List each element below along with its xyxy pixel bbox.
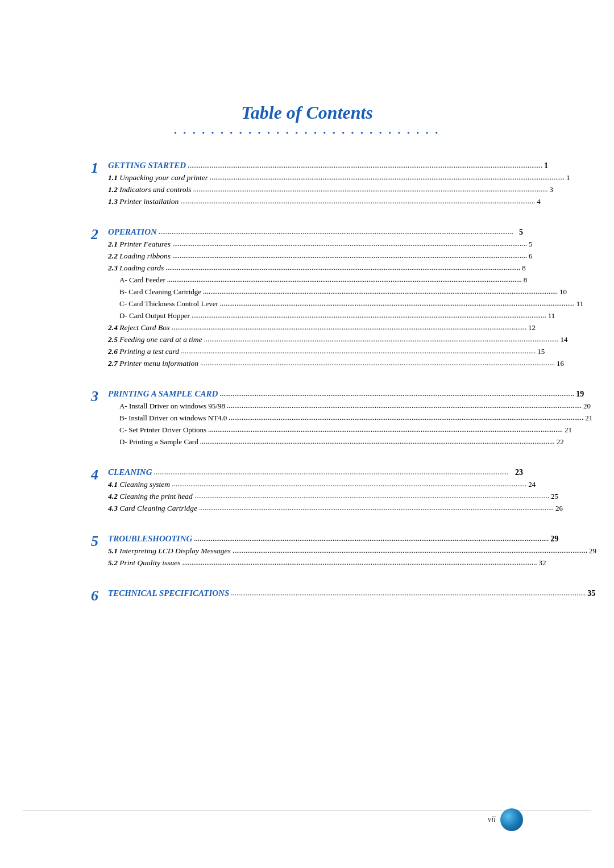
item-row-4-2: 4.3 Card Cleaning Cartridge ............… [108,504,523,514]
page: Table of Contents • • • • • • • • • • • … [0,0,614,868]
item-page-2-6: 11 [548,311,555,320]
item-row-2-4: B- Card Cleaning Cartridge .............… [108,287,523,298]
section-header-3: PRINTING A SAMPLE CARD .................… [108,389,523,400]
section-number-3: 3 [91,389,108,404]
item-row-4-0: 4.1 Cleaning system ....................… [108,480,523,490]
item-title-3-3: D- Printing a Sample Card [119,437,198,446]
item-dots-2-8: ........................................… [204,335,559,344]
section-header-2: OPERATION ..............................… [108,227,523,238]
item-title-4-0: 4.1 Cleaning system [108,480,170,489]
section-page-6: 35 [587,589,595,598]
item-title-3-0: A- Install Driver on windows 95/98 [119,402,225,411]
item-page-3-3: 22 [557,437,564,446]
item-page-5-0: 29 [589,546,596,556]
section-title-6: TECHNICAL SPECIFICATIONS [108,589,229,598]
section-number-1: 1 [91,161,108,176]
item-dots-2-4: ........................................… [203,287,558,296]
item-page-2-1: 6 [529,252,533,261]
item-dots-3-0: ........................................… [227,401,582,410]
item-title-2-0: 2.1 Printer Features [108,240,171,249]
section-content-5: TROUBLESHOOTING ........................… [108,534,523,569]
item-page-1-2: 4 [537,197,541,206]
item-dots-3-1: ........................................… [229,413,583,422]
item-dots-2-6: ........................................… [192,311,546,320]
item-dots-1-1: ........................................… [193,185,548,194]
section-1: 1GETTING STARTED .......................… [91,161,523,209]
item-title-3-2: C- Set Printer Driver Options [119,425,206,435]
item-page-3-2: 21 [565,425,572,435]
item-page-4-2: 26 [555,504,563,513]
item-page-1-0: 1 [566,173,570,182]
section-page-5: 29 [550,535,558,544]
item-dots-3-2: ........................................… [208,425,563,434]
item-title-2-6: D- Card Output Hopper [119,311,190,320]
section-3: 3PRINTING A SAMPLE CARD ................… [91,389,523,449]
item-page-4-1: 25 [551,492,558,501]
section-dots-1: ........................................… [188,161,542,170]
section-number-6: 6 [91,589,108,603]
section-6: 6TECHNICAL SPECIFICATIONS ..............… [91,589,523,603]
item-page-2-2: 8 [522,264,526,273]
item-page-1-1: 3 [550,185,554,194]
section-content-4: CLEANING ...............................… [108,468,523,514]
section-page-2: 5 [519,228,523,237]
item-dots-2-9: ........................................… [181,347,536,356]
section-page-4: 23 [515,468,523,477]
section-5: 5TROUBLESHOOTING .......................… [91,534,523,570]
item-row-5-1: 5.2 Print Quality issues ...............… [108,558,523,569]
item-row-1-1: 1.2 Indicators and controls ............… [108,185,523,195]
item-dots-2-3: ........................................… [167,275,522,284]
item-page-2-0: 5 [529,240,533,249]
item-row-2-6: D- Card Output Hopper ..................… [108,311,523,322]
item-row-3-1: B- Install Driver on windows NT4.0 .....… [108,414,523,424]
section-dots-3: ........................................… [219,389,574,398]
item-page-2-9: 15 [537,347,545,356]
item-row-2-3: A- Card Feeder .........................… [108,276,523,286]
footer-page-number: vii [488,815,496,824]
section-dots-4: ........................................… [154,468,513,477]
section-title-1: GETTING STARTED [108,161,186,170]
item-row-2-5: C- Card Thickness Control Lever ........… [108,299,523,310]
section-dots-5: ........................................… [194,534,549,543]
item-page-4-0: 24 [528,480,536,489]
section-2: 2OPERATION .............................… [91,227,523,371]
item-title-4-2: 4.3 Card Cleaning Cartridge [108,504,197,513]
section-number-2: 2 [91,227,108,242]
section-dots-6: ........................................… [231,589,586,598]
item-dots-4-1: ........................................… [194,491,549,500]
item-row-2-10: 2.7 Printer menu information ...........… [108,359,523,369]
item-dots-4-2: ........................................… [199,503,554,512]
item-title-2-2: 2.3 Loading cards [108,264,164,273]
section-4: 4CLEANING ..............................… [91,468,523,516]
section-header-5: TROUBLESHOOTING ........................… [108,534,523,545]
section-dots-2: ........................................… [159,227,517,236]
item-row-1-0: 1.1 Unpacking your card printer ........… [108,173,523,183]
item-title-5-1: 5.2 Print Quality issues [108,558,181,567]
item-dots-2-2: ........................................… [165,263,520,272]
item-row-2-9: 2.6 Printing a test card ...............… [108,347,523,357]
item-title-4-1: 4.2 Cleaning the print head [108,492,193,501]
item-page-2-5: 11 [576,299,584,308]
section-content-2: OPERATION ..............................… [108,227,523,369]
toc-container: 1GETTING STARTED .......................… [91,161,523,603]
item-row-1-2: 1.3 Printer installation ...............… [108,197,523,207]
item-page-2-3: 8 [524,276,528,285]
section-header-4: CLEANING ...............................… [108,468,523,478]
item-title-2-7: 2.4 Reject Card Box [108,323,170,332]
item-page-3-0: 20 [583,402,591,411]
item-title-2-9: 2.6 Printing a test card [108,347,179,356]
item-title-2-10: 2.7 Printer menu information [108,359,198,368]
item-page-2-4: 10 [559,287,567,297]
section-title-2: OPERATION [108,227,157,237]
item-page-5-1: 32 [539,558,546,567]
item-row-2-2: 2.3 Loading cards ......................… [108,264,523,274]
item-title-3-1: B- Install Driver on windows NT4.0 [119,414,227,423]
item-row-5-0: 5.1 Interpreting LCD Display Messages ..… [108,546,523,557]
section-page-1: 1 [544,161,548,170]
item-dots-2-10: ........................................… [200,358,555,368]
item-dots-1-2: ........................................… [180,197,535,206]
item-title-1-0: 1.1 Unpacking your card printer [108,173,208,182]
item-page-2-7: 12 [528,323,536,332]
item-row-3-2: C- Set Printer Driver Options ..........… [108,425,523,436]
section-content-6: TECHNICAL SPECIFICATIONS ...............… [108,589,523,599]
